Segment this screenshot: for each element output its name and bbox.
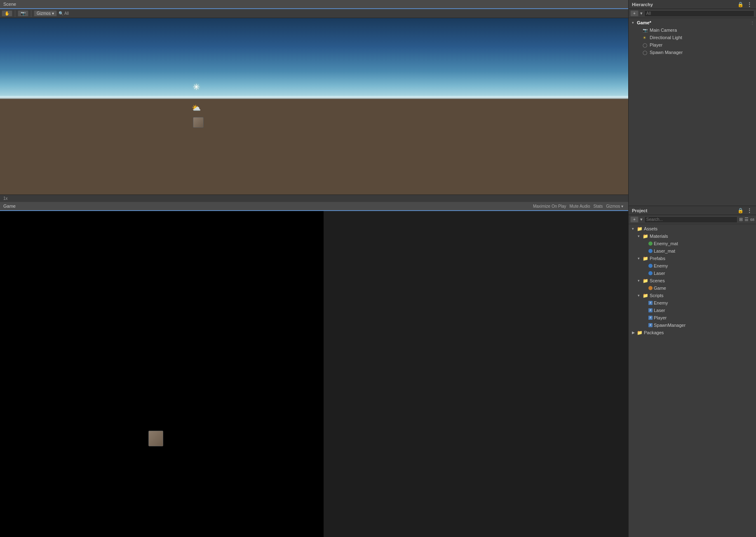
hierarchy-header: Hierarchy 🔒 ⋮ <box>629 0 756 9</box>
hierarchy-tree-item[interactable]: ◯Player <box>629 41 756 49</box>
all-label: 🔍 All <box>59 11 69 16</box>
right-panel: Hierarchy 🔒 ⋮ + ▾ ▾Game*⋮📷Main Camera☀Di… <box>628 0 756 537</box>
tree-label: Spawn Manager <box>650 50 683 55</box>
hierarchy-lock-icon[interactable]: 🔒 <box>737 2 744 7</box>
hierarchy-tree-item[interactable]: ◯Spawn Manager <box>629 49 756 56</box>
hierarchy-more-icon[interactable]: ⋮ <box>746 2 753 7</box>
project-size-btn[interactable]: 68 <box>750 218 754 222</box>
hierarchy-header-icons: 🔒 ⋮ <box>737 2 753 7</box>
scene-tab[interactable]: Scene <box>0 0 628 9</box>
project-search[interactable] <box>644 216 737 223</box>
project-tree-item[interactable]: Laser_mat <box>629 247 756 255</box>
tree-arrow: ▾ <box>638 293 643 298</box>
tree-arrow: ▾ <box>638 234 643 238</box>
gizmos-btn[interactable]: Gizmos ▾ <box>34 10 57 16</box>
tree-label: Packages <box>644 330 664 335</box>
project-tree-item[interactable]: ▶📁Packages <box>629 329 756 336</box>
scene-tab-label: Scene <box>3 2 16 7</box>
maximize-on-play-btn[interactable]: Maximize On Play <box>533 204 566 209</box>
game-side <box>324 211 628 537</box>
prefab-icon <box>648 264 653 268</box>
tree-label: Directional Light <box>650 35 682 40</box>
project-title: Project <box>632 208 737 213</box>
game-gizmos-btn[interactable]: Gizmos ▾ <box>606 204 623 209</box>
separator <box>15 10 15 17</box>
hierarchy-add-btn[interactable]: + <box>630 10 639 16</box>
separator2 <box>31 10 31 17</box>
scene-view: Scene ✋ 📷 Gizmos ▾ 🔍 All ✳ ⛅ 1x <box>0 0 628 202</box>
sun-icon: ✳ <box>193 82 202 91</box>
project-tree-item[interactable]: #Enemy <box>629 299 756 307</box>
project-more-icon[interactable]: ⋮ <box>746 208 753 213</box>
tree-label: SpawnManager <box>654 323 686 328</box>
left-area: Scene ✋ 📷 Gizmos ▾ 🔍 All ✳ ⛅ 1x <box>0 0 628 537</box>
tree-arrow: ▾ <box>638 256 643 260</box>
hierarchy-toolbar: + ▾ <box>629 9 756 18</box>
project-lock-icon[interactable]: 🔒 <box>737 208 744 213</box>
tree-label: Assets <box>644 226 657 231</box>
folder-icon: 📁 <box>637 330 643 335</box>
tree-label: Laser_mat <box>654 249 675 253</box>
project-tree-item[interactable]: Enemy <box>629 262 756 270</box>
project-tree-item[interactable]: ▾📁Assets <box>629 225 756 232</box>
project-add-btn[interactable]: + <box>630 216 639 223</box>
project-layout-btn[interactable]: ⊞ <box>739 217 743 222</box>
script-icon: # <box>648 323 653 327</box>
folder-icon: 📁 <box>643 234 648 239</box>
material-icon <box>648 242 653 246</box>
project-toolbar: + ▾ ⊞ ☰ 68 <box>629 215 756 224</box>
tree-label: Game* <box>637 20 651 25</box>
project-header-icons: 🔒 ⋮ <box>737 208 753 213</box>
hierarchy-tree-item[interactable]: ▾Game*⋮ <box>629 19 756 26</box>
prefab-icon <box>648 271 653 275</box>
project-tree-item[interactable]: Laser <box>629 270 756 277</box>
cloud-icon: ⛅ <box>192 103 201 113</box>
project-tree-item[interactable]: #Player <box>629 314 756 321</box>
tree-label: Enemy <box>654 300 668 305</box>
hierarchy-search[interactable] <box>644 10 754 17</box>
game-canvas <box>0 211 628 537</box>
project-tree-item[interactable]: #SpawnManager <box>629 321 756 329</box>
project-tree-item[interactable]: Enemy_mat <box>629 240 756 247</box>
project-tree-item[interactable]: ▾📁Scripts <box>629 292 756 299</box>
tree-label: Scripts <box>650 293 664 298</box>
folder-icon: 📁 <box>637 226 643 232</box>
folder-icon: 📁 <box>643 293 648 298</box>
zoom-label: 1x <box>3 196 8 201</box>
project-tree-item[interactable]: #Laser <box>629 307 756 314</box>
folder-icon: 📁 <box>643 278 648 284</box>
tree-arrow: ▶ <box>632 331 637 335</box>
project-columns-btn[interactable]: ☰ <box>744 217 749 222</box>
tree-arrow: ▾ <box>638 279 643 283</box>
ground-background <box>0 98 628 195</box>
player-cube-game <box>148 431 163 446</box>
tree-label: Laser <box>654 308 665 313</box>
project-tree-item[interactable]: ▾📁Materials <box>629 232 756 240</box>
script-icon: # <box>648 301 653 305</box>
project-tree-item[interactable]: ▾📁Prefabs <box>629 255 756 262</box>
hierarchy-title: Hierarchy <box>632 2 737 7</box>
hierarchy-arrow-btn[interactable]: ▾ <box>640 11 643 16</box>
project-tree-item[interactable]: ▾📁Scenes <box>629 277 756 284</box>
context-menu-btn[interactable]: ⋮ <box>750 21 754 25</box>
hand-tool-btn[interactable]: ✋ <box>2 10 12 16</box>
hierarchy-tree-item[interactable]: ☀Directional Light <box>629 34 756 41</box>
project-panel: Project 🔒 ⋮ + ▾ ⊞ ☰ 68 ▾📁Assets▾📁Materia… <box>629 206 756 537</box>
scene-toolbar: ✋ 📷 Gizmos ▾ 🔍 All <box>0 9 628 18</box>
scene-bottom-bar: 1x <box>0 195 628 202</box>
player-cube-scene <box>193 117 204 128</box>
game-tab[interactable]: Game Maximize On Play Mute Audio Stats G… <box>0 202 628 211</box>
game-main <box>0 211 324 537</box>
mute-audio-btn[interactable]: Mute Audio <box>569 204 590 209</box>
game-tab-label: Game <box>3 204 16 209</box>
hierarchy-tree-item[interactable]: 📷Main Camera <box>629 26 756 34</box>
scene-canvas: ✳ ⛅ <box>0 18 628 195</box>
material-icon <box>648 249 653 253</box>
horizon-line <box>0 96 628 99</box>
project-arrow-btn[interactable]: ▾ <box>640 217 643 222</box>
tree-arrow: ▾ <box>632 21 637 25</box>
hierarchy-panel: Hierarchy 🔒 ⋮ + ▾ ▾Game*⋮📷Main Camera☀Di… <box>629 0 756 206</box>
project-tree-item[interactable]: Game <box>629 284 756 292</box>
camera-icon-btn[interactable]: 📷 <box>18 10 28 16</box>
stats-btn[interactable]: Stats <box>594 204 603 209</box>
